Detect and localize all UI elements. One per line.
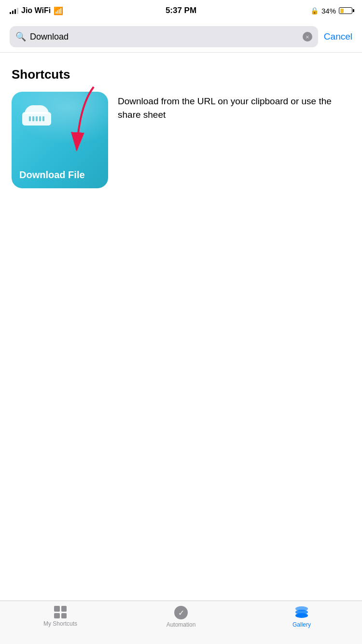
battery-icon (339, 7, 352, 14)
tab-bar: My Shortcuts ✓ Automation Gallery (0, 601, 362, 644)
card-label: Download File (19, 169, 85, 181)
tab-my-shortcuts[interactable]: My Shortcuts (29, 606, 92, 627)
tab-gallery-label: Gallery (292, 621, 311, 628)
wifi-icon: 📶 (54, 6, 63, 15)
status-time: 5:37 PM (166, 6, 196, 15)
search-icon: 🔍 (15, 31, 26, 42)
tab-gallery[interactable]: Gallery (270, 606, 333, 628)
tab-my-shortcuts-label: My Shortcuts (43, 620, 77, 627)
lock-icon: 🔒 (310, 7, 319, 14)
search-clear-button[interactable]: × (303, 32, 312, 42)
tab-automation[interactable]: ✓ Automation (150, 606, 212, 628)
status-left: Jio WiFi 📶 (10, 6, 63, 15)
status-bar: Jio WiFi 📶 5:37 PM 🔒 34% (0, 0, 362, 21)
shortcut-description: Download from the URL on your clipboard … (118, 92, 350, 121)
status-right: 🔒 34% (310, 7, 352, 15)
carrier-name: Jio WiFi (21, 6, 51, 15)
shortcut-card[interactable]: Download File (12, 92, 108, 188)
card-icon (22, 102, 51, 126)
search-bar[interactable]: 🔍 Download × (10, 26, 318, 47)
search-container: 🔍 Download × Cancel (0, 21, 362, 53)
search-input[interactable]: Download (30, 32, 299, 42)
cancel-button[interactable]: Cancel (324, 31, 352, 42)
battery-percent: 34% (321, 7, 336, 15)
router-icon (22, 102, 51, 126)
gallery-icon (294, 606, 309, 619)
main-content: Shortcuts Download File (0, 53, 362, 188)
my-shortcuts-icon (54, 606, 67, 618)
automation-icon: ✓ (174, 606, 188, 619)
shortcut-row: Download File Download from the URL on y… (12, 92, 350, 188)
signal-icon (10, 7, 18, 14)
svg-point-3 (295, 613, 308, 618)
tab-automation-label: Automation (167, 621, 196, 628)
section-title: Shortcuts (12, 67, 350, 82)
